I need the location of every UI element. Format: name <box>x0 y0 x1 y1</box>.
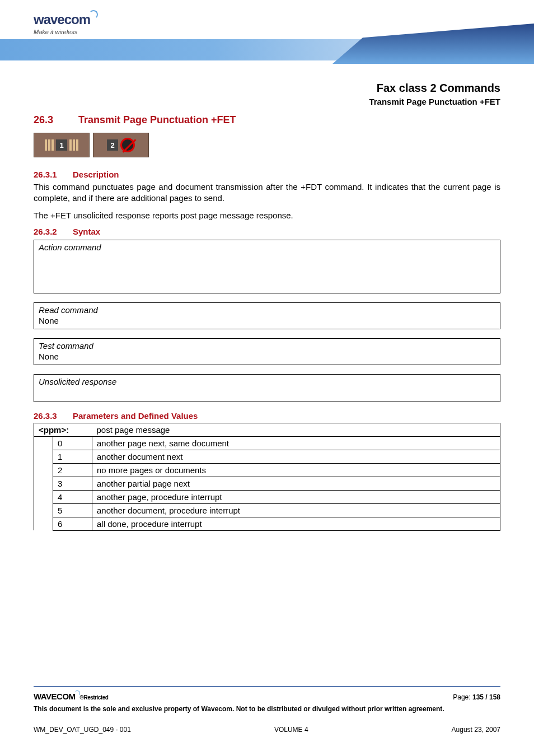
param-code: 3 <box>53 477 92 490</box>
title-block: Fax class 2 Commands Transmit Page Punct… <box>34 82 500 106</box>
footer-page-label: Page: <box>453 693 472 701</box>
logo-swirl-icon <box>74 690 80 696</box>
parameters-number: 26.3.3 <box>34 411 73 421</box>
param-value-desc: another partial page next <box>92 477 500 490</box>
title-sub: Transmit Page Punctuation +FET <box>34 97 500 106</box>
bars-icon <box>69 139 78 151</box>
forbidden-icon <box>120 138 135 152</box>
read-command-box: Read command None <box>34 302 500 329</box>
logo-text: wavecom <box>34 10 98 27</box>
capability-icons: 1 2 <box>34 133 500 157</box>
action-command-box: Action command <box>34 240 500 293</box>
test-command-box: Test command None <box>34 338 500 365</box>
param-desc-cell: post page message <box>92 423 500 436</box>
footer-logo-text: WAVECOM <box>34 692 76 701</box>
param-code: 2 <box>53 463 92 477</box>
footer-row-bottom: WM_DEV_OAT_UGD_049 - 001 VOLUME 4 August… <box>34 726 500 734</box>
param-code: 1 <box>53 450 92 463</box>
footer-page: Page: 135 / 158 <box>453 693 500 701</box>
param-value-desc: no more pages or documents <box>92 463 500 477</box>
logo-word: wavecom <box>34 12 90 27</box>
footer-page-value: 135 / 158 <box>472 693 500 701</box>
action-command-label: Action command <box>39 242 495 252</box>
unsolicited-response-label: Unsolicited response <box>39 377 495 386</box>
bars-icon <box>45 139 54 151</box>
param-code: 6 <box>53 517 92 530</box>
table-row: 5 another document, procedure interrupt <box>34 503 500 517</box>
footer-volume: VOLUME 4 <box>274 726 308 734</box>
footer-disclaimer: This document is the sole and exclusive … <box>34 704 500 713</box>
badge-number-2: 2 <box>107 139 118 151</box>
parameters-heading: 26.3.3Parameters and Defined Values <box>34 411 500 421</box>
param-value-desc: another document, procedure interrupt <box>92 503 500 517</box>
table-row: 4 another page, procedure interrupt <box>34 490 500 503</box>
syntax-heading: 26.3.2Syntax <box>34 227 500 236</box>
description-para-2: The +FET unsolicited response reports po… <box>34 210 500 221</box>
table-row: 2 no more pages or documents <box>34 463 500 477</box>
badge-number-1: 1 <box>56 139 67 151</box>
param-code: 0 <box>53 436 92 450</box>
param-value-desc: all done, procedure interrupt <box>92 517 500 530</box>
logo-block: wavecom Make it wireless <box>34 10 98 35</box>
param-name: <ppm>: <box>39 425 69 435</box>
description-heading: 26.3.1Description <box>34 170 500 179</box>
indent-cell <box>34 436 53 530</box>
page-content: Fax class 2 Commands Transmit Page Punct… <box>0 82 534 531</box>
footer-logo: WAVECOM©Restricted <box>34 690 108 701</box>
table-row: 0 another page next, same document <box>34 436 500 450</box>
table-row: 3 another partial page next <box>34 477 500 490</box>
parameters-table: <ppm>: post page message 0 another page … <box>34 423 500 531</box>
read-command-label: Read command <box>39 305 495 315</box>
table-row: <ppm>: post page message <box>34 423 500 436</box>
page-header: wavecom Make it wireless <box>0 0 534 78</box>
param-value-desc: another page next, same document <box>92 436 500 450</box>
footer-divider <box>34 686 500 687</box>
capability-badge-1: 1 <box>34 133 90 157</box>
test-command-value: None <box>39 352 495 361</box>
param-name-cell: <ppm>: <box>34 423 92 436</box>
header-swoosh-dark <box>332 24 534 64</box>
capability-badge-2: 2 <box>93 133 149 157</box>
syntax-title: Syntax <box>73 227 100 236</box>
logo-swirl-icon <box>89 10 98 19</box>
footer-date: August 23, 2007 <box>452 726 500 734</box>
test-command-label: Test command <box>39 341 495 351</box>
parameters-title: Parameters and Defined Values <box>73 411 198 421</box>
param-code: 5 <box>53 503 92 517</box>
footer-doc-id: WM_DEV_OAT_UGD_049 - 001 <box>34 726 131 734</box>
table-row: 6 all done, procedure interrupt <box>34 517 500 530</box>
param-value-desc: another document next <box>92 450 500 463</box>
section-number: 26.3 <box>34 114 78 126</box>
description-number: 26.3.1 <box>34 170 73 179</box>
footer-restricted: ©Restricted <box>80 694 109 700</box>
section-title: Transmit Page Punctuation +FET <box>78 114 236 125</box>
param-value-desc: another page, procedure interrupt <box>92 490 500 503</box>
table-row: 1 another document next <box>34 450 500 463</box>
description-title: Description <box>73 170 119 179</box>
title-main: Fax class 2 Commands <box>34 82 500 95</box>
read-command-value: None <box>39 316 495 325</box>
description-para-1: This command punctuates page and documen… <box>34 181 500 204</box>
syntax-number: 26.3.2 <box>34 227 73 236</box>
footer-row-top: WAVECOM©Restricted Page: 135 / 158 <box>34 690 500 701</box>
section-heading: 26.3Transmit Page Punctuation +FET <box>34 114 500 126</box>
param-code: 4 <box>53 490 92 503</box>
logo-tagline: Make it wireless <box>34 29 98 35</box>
unsolicited-response-box: Unsolicited response <box>34 374 500 402</box>
page-footer: WAVECOM©Restricted Page: 135 / 158 This … <box>34 686 500 734</box>
